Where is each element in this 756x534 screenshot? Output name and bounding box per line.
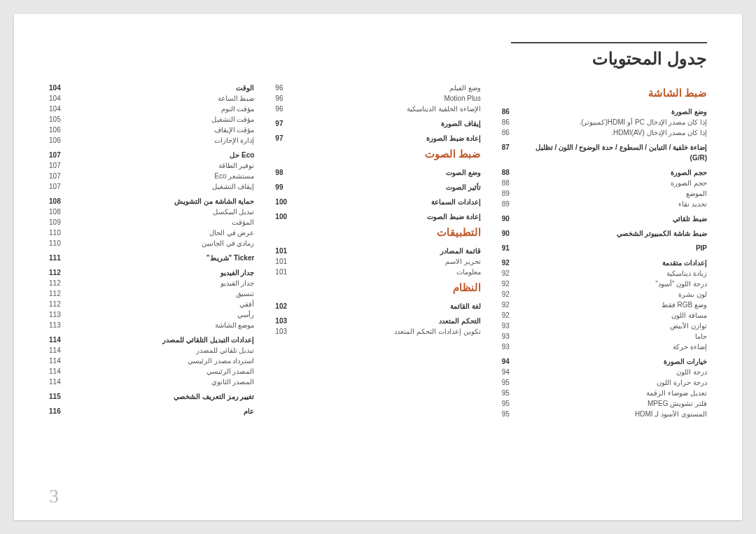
toc-page-number: 112 bbox=[49, 288, 73, 299]
toc-row: الموضع89 bbox=[502, 188, 707, 199]
toc-label: عرض في الحال bbox=[73, 227, 254, 238]
toc-label: تعديل ضوضاء الرقمة bbox=[526, 388, 707, 398]
toc-group: وضع الصوت98 bbox=[275, 167, 480, 178]
toc-row: أفقي112 bbox=[49, 299, 254, 309]
toc-page-number: 97 bbox=[275, 133, 299, 143]
toc-page-number: 115 bbox=[49, 391, 73, 402]
toc-row: جدار الفيديو112 bbox=[49, 267, 254, 278]
toc-label: خيارات الصورة bbox=[526, 356, 707, 367]
toc-group: قائمة المصادر101تحرير الاسم101معلومات101 bbox=[275, 246, 480, 277]
toc-group: إعادة ضبط الصوت100 bbox=[275, 211, 480, 222]
toc-page-number: 101 bbox=[275, 246, 299, 256]
toc-page-number: 114 bbox=[49, 356, 73, 366]
toc-page-number: 116 bbox=[49, 406, 73, 416]
toc-page-number: 96 bbox=[275, 104, 299, 114]
toc-page-number: 93 bbox=[502, 342, 526, 352]
toc-row: الوقت104 bbox=[49, 83, 254, 93]
toc-row: وضع الصوت98 bbox=[275, 167, 480, 178]
toc-group: تأثير الصوت99 bbox=[275, 182, 480, 192]
toc-page-number: 101 bbox=[275, 256, 299, 267]
toc-row: تأثير الصوت99 bbox=[275, 182, 480, 192]
toc-label: إعدادات السماعة bbox=[299, 197, 480, 207]
toc-label: المؤقت bbox=[73, 217, 254, 227]
toc-row: قائمة المصادر101 bbox=[275, 246, 480, 256]
toc-group: إعدادات السماعة100 bbox=[275, 197, 480, 207]
toc-page-number: 89 bbox=[502, 199, 526, 209]
toc-row: مؤقت التشغيل105 bbox=[49, 114, 254, 125]
toc-page-number: 114 bbox=[49, 335, 73, 345]
toc-label: توفير الطاقة bbox=[73, 160, 254, 171]
toc-page-number: 102 bbox=[275, 301, 299, 311]
section-heading: ضبط الشاشة bbox=[502, 87, 707, 99]
toc-row: تبديل تلقائي للمصدر114 bbox=[49, 345, 254, 356]
toc-page-number: 99 bbox=[275, 182, 299, 192]
toc-page-number: 97 bbox=[275, 118, 299, 129]
toc-row: إعادة ضبط الصوت100 bbox=[275, 211, 480, 222]
toc-page-number: 112 bbox=[49, 278, 73, 288]
toc-row: وضع الصورة86 bbox=[502, 106, 707, 117]
toc-label: حجم الصورة bbox=[526, 167, 707, 178]
toc-label: مسافة اللون bbox=[526, 310, 707, 321]
toc-row: حجم الصورة88 bbox=[502, 178, 707, 188]
toc-page-number: 108 bbox=[49, 206, 73, 217]
toc-page-number: 94 bbox=[502, 356, 526, 367]
toc-row: إضاءة حركة93 bbox=[502, 342, 707, 352]
toc-group: عام116 bbox=[49, 406, 254, 416]
toc-label: وضع الصورة bbox=[526, 106, 707, 117]
toc-page-number: 93 bbox=[502, 331, 526, 342]
toc-page-number: 94 bbox=[502, 367, 526, 377]
toc-page-number: 95 bbox=[502, 388, 526, 398]
page-title: جدول المحتويات bbox=[49, 49, 707, 69]
toc-row: رأسي113 bbox=[49, 309, 254, 320]
toc-label: أفقي bbox=[73, 299, 254, 309]
toc-column: ضبط الشاشةوضع الصورة86إذا كان مصدر الإدخ… bbox=[502, 83, 707, 423]
toc-page-number: 109 bbox=[49, 217, 73, 227]
toc-page-number: 95 bbox=[502, 409, 526, 419]
toc-row: جاما93 bbox=[502, 331, 707, 342]
toc-row: حجم الصورة88 bbox=[502, 167, 707, 178]
section-heading: النظام bbox=[275, 281, 480, 294]
toc-row: التحكم المتعدد103 bbox=[275, 316, 480, 326]
toc-page-number: 92 bbox=[502, 289, 526, 300]
toc-columns: ضبط الشاشةوضع الصورة86إذا كان مصدر الإدخ… bbox=[49, 83, 707, 423]
toc-label: حجم الصورة bbox=[526, 178, 707, 188]
toc-row: إضاءة خلفية / التباين / السطوع / حدة الو… bbox=[502, 142, 707, 153]
document-page: جدول المحتويات ضبط الشاشةوضع الصورة86إذا… bbox=[14, 14, 742, 520]
toc-label: تغيير رمز التعريف الشخصي bbox=[73, 391, 254, 402]
toc-group: الوقت104ضبط الساعة104مؤقت النوم104مؤقت ا… bbox=[49, 83, 254, 146]
toc-page-number: 107 bbox=[49, 181, 73, 192]
toc-page-number: 92 bbox=[502, 279, 526, 289]
toc-label: وضع الفيلم bbox=[299, 83, 480, 93]
toc-label: إيقاف الصورة bbox=[299, 118, 480, 129]
toc-page-number: 86 bbox=[502, 117, 526, 127]
toc-group: إضاءة خلفية / التباين / السطوع / حدة الو… bbox=[502, 142, 707, 163]
toc-group: التحكم المتعدد103تكوين إعدادات التحكم ال… bbox=[275, 316, 480, 337]
toc-label: تبديل البيكسل bbox=[73, 206, 254, 217]
toc-row: درجة حرارة اللون95 bbox=[502, 377, 707, 388]
toc-page-number: 114 bbox=[49, 366, 73, 377]
toc-row: مستشعر Eco107 bbox=[49, 171, 254, 181]
toc-label: إدارة الإجازات bbox=[73, 135, 254, 146]
toc-page-number: 93 bbox=[502, 321, 526, 331]
toc-row: مؤقت الإيقاف106 bbox=[49, 125, 254, 135]
toc-page-number: 90 bbox=[502, 228, 526, 239]
toc-label: تبديل تلقائي للمصدر bbox=[73, 345, 254, 356]
toc-row: المصدر الثانوي114 bbox=[49, 377, 254, 387]
toc-label: ضبط شاشة الكمبيوتر الشخصي bbox=[526, 228, 707, 239]
toc-row: معلومات101 bbox=[275, 267, 480, 277]
toc-group: لغة القائمة102 bbox=[275, 301, 480, 311]
toc-label: درجة حرارة اللون bbox=[526, 377, 707, 388]
toc-page-number: 96 bbox=[275, 93, 299, 104]
toc-label: تأثير الصوت bbox=[299, 182, 480, 192]
toc-page-number: 95 bbox=[502, 398, 526, 409]
toc-group: إعدادات التبديل التلقائي للمصدر114تبديل … bbox=[49, 335, 254, 387]
toc-row: وضع RGB فقط92 bbox=[502, 300, 707, 310]
toc-label: ضبط تلقائي bbox=[526, 213, 707, 224]
toc-group: تغيير رمز التعريف الشخصي115 bbox=[49, 391, 254, 402]
toc-row: تبديل البيكسل108 bbox=[49, 206, 254, 217]
toc-page-number: 92 bbox=[502, 310, 526, 321]
toc-row: درجة اللون94 bbox=[502, 367, 707, 377]
toc-page-number: 96 bbox=[275, 83, 299, 93]
toc-row: إيقاف التشغيل107 bbox=[49, 181, 254, 192]
toc-page-number: 92 bbox=[502, 300, 526, 310]
